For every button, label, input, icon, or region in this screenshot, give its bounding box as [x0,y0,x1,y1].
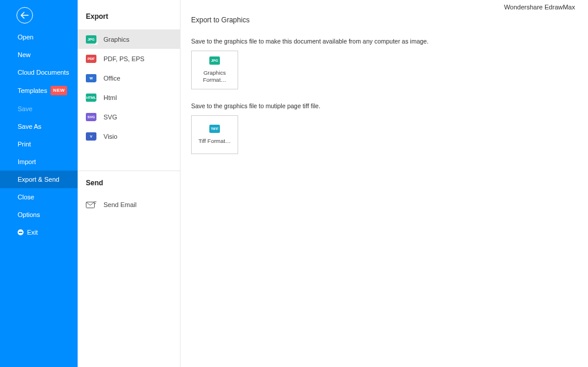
label: Tiff Format… [199,138,231,145]
jpg-icon: JPG [86,35,96,44]
html-icon: HTML [86,94,96,102]
sidebar-item-new[interactable]: New [0,46,78,64]
export-graphics-format-button[interactable]: JPG Graphics Format… [191,51,238,89]
svg-icon: SVG [86,113,96,121]
export-main-panel: Wondershare EdrawMax Export to Graphics … [181,0,588,367]
label: Graphics Format… [194,69,235,84]
new-badge: NEW [51,86,67,95]
email-icon [86,201,96,209]
label: Exit [27,228,38,236]
sidebar-item-import[interactable]: Import [0,153,78,171]
export-item-visio[interactable]: V Visio [78,126,180,146]
sidebar-item-save: Save [0,100,78,118]
file-menu-sidebar: Open New Cloud Documents Templates NEW S… [0,0,78,367]
label: Import [18,158,36,166]
export-item-pdf[interactable]: PDF PDF, PS, EPS [78,49,180,68]
export-item-svg[interactable]: SVG SVG [78,107,180,126]
label: Save [18,105,32,113]
label: Cloud Documents [18,68,69,76]
label: Options [18,211,40,219]
export-section-header: Export [78,0,180,29]
label: Close [18,193,34,201]
send-item-email[interactable]: Send Email [78,195,180,214]
sidebar-item-templates[interactable]: Templates NEW [0,81,78,100]
sidebar-item-cloud-documents[interactable]: Cloud Documents [0,64,78,81]
label: Visio [103,133,118,140]
sidebar-item-exit[interactable]: Exit [0,223,78,241]
tiff-description: Save to the graphics file to mutiple pag… [191,102,577,109]
label: PDF, PS, EPS [103,55,145,62]
export-item-graphics[interactable]: JPG Graphics [78,29,180,49]
label: Html [103,94,117,101]
label: Open [18,33,34,41]
export-send-list: Export JPG Graphics PDF PDF, PS, EPS W O… [78,0,181,367]
sidebar-item-save-as[interactable]: Save As [0,118,78,135]
back-arrow-icon [21,12,29,19]
label: Office [103,75,121,82]
label: Print [18,140,31,148]
sidebar-item-print[interactable]: Print [0,135,78,153]
back-button[interactable] [16,7,33,24]
label: Send Email [103,201,136,208]
label: Graphics [103,36,129,43]
label: Export & Send [18,175,59,184]
label: Templates [18,86,47,95]
label: New [18,51,31,59]
tiff-icon: TIFF [209,125,220,133]
sidebar-item-open[interactable]: Open [0,28,78,46]
label: SVG [103,114,117,121]
export-item-office[interactable]: W Office [78,68,180,88]
sidebar-item-options[interactable]: Options [0,206,78,223]
sidebar-item-export-and-send[interactable]: Export & Send [0,171,78,188]
pdf-icon: PDF [86,55,96,63]
label: Save As [18,122,41,131]
graphics-description: Save to the graphics file to make this d… [191,38,577,45]
export-item-html[interactable]: HTML Html [78,88,180,107]
app-title: Wondershare EdrawMax [504,4,575,11]
send-section-header: Send [78,171,180,195]
exit-icon [18,229,24,235]
word-icon: W [86,74,96,82]
jpg-icon: JPG [209,56,220,65]
visio-icon: V [86,132,96,141]
export-tiff-format-button[interactable]: TIFF Tiff Format… [191,115,238,154]
sidebar-item-close[interactable]: Close [0,188,78,206]
